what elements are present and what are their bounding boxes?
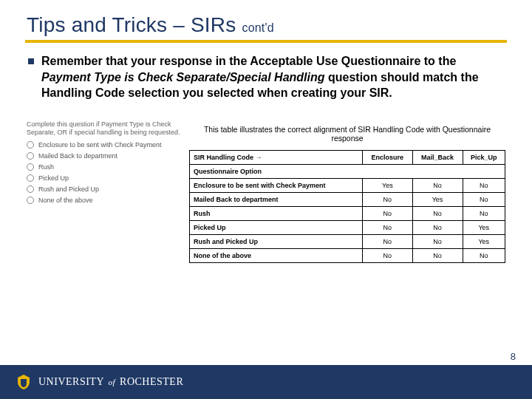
table-row: Enclosure to be sent with Check Payment … (190, 178, 505, 192)
table-row: Rush and Picked Up No No Yes (190, 234, 505, 248)
logo-word-university: UNIVERSITY (38, 376, 103, 387)
cell: No (463, 206, 505, 220)
radio-icon (27, 141, 34, 149)
table-row: Mailed Back to department No Yes No (190, 192, 505, 206)
radio-icon (27, 197, 34, 204)
logo-word-of: of (108, 378, 115, 386)
bullet-italic: Payment Type is Check Separate/Special H… (41, 71, 325, 83)
row-label: Mailed Back to department (190, 192, 363, 206)
header-label: SIR Handling Code → (190, 150, 363, 164)
cell: No (463, 248, 505, 262)
option-label: Enclosure to be sent with Check Payment (38, 141, 162, 149)
sub-header: Questionnaire Option (190, 164, 505, 178)
radio-icon (27, 174, 34, 182)
cell: No (363, 192, 412, 206)
table-row: None of the above No No No (190, 248, 505, 262)
cell: No (363, 206, 412, 220)
title-main: Tips and Tricks – SIRs (27, 13, 236, 36)
cell: No (412, 248, 463, 262)
cell: No (363, 248, 412, 262)
option-label: Rush and Picked Up (38, 185, 99, 193)
cell: Yes (463, 234, 505, 248)
logo-text: UNIVERSITY of ROCHESTER (38, 376, 183, 388)
radio-icon (27, 152, 34, 160)
option-row: Picked Up (27, 174, 180, 182)
row-label: Enclosure to be sent with Check Payment (190, 178, 363, 192)
cell: No (412, 178, 463, 192)
option-label: None of the above (38, 197, 93, 204)
table-header-row: SIR Handling Code → Enclosure Mail_Back … (190, 150, 505, 164)
option-row: Rush (27, 163, 180, 171)
row-label: Picked Up (190, 220, 363, 234)
option-label: Rush (38, 163, 54, 171)
cell: No (412, 206, 463, 220)
table-row: Picked Up No No Yes (190, 220, 505, 234)
cell: No (463, 192, 505, 206)
page-title: Tips and Tricks – SIRs cont'd (27, 13, 505, 37)
bullet-item: Remember that your response in the Accep… (27, 53, 505, 101)
row-label: Rush (190, 206, 363, 220)
logo-word-rochester: ROCHESTER (120, 376, 183, 387)
questionnaire-options: Complete this question if Payment Type i… (27, 120, 189, 208)
options-header: Complete this question if Payment Type i… (27, 120, 180, 137)
row-label: None of the above (190, 248, 363, 262)
col-header: Pick_Up (463, 150, 505, 164)
cell: No (412, 234, 463, 248)
handling-code-table: SIR Handling Code → Enclosure Mail_Back … (189, 150, 505, 263)
col-header: Enclosure (363, 150, 412, 164)
table-caption: This table illustrates the correct align… (189, 125, 505, 143)
radio-icon (27, 163, 34, 171)
cell: Yes (363, 178, 412, 192)
bullet-icon (28, 58, 34, 64)
cell: No (463, 178, 505, 192)
option-row: Rush and Picked Up (27, 185, 180, 193)
row-label: Rush and Picked Up (190, 234, 363, 248)
cell: No (412, 220, 463, 234)
option-label: Mailed Back to department (38, 152, 117, 160)
option-row: Mailed Back to department (27, 152, 180, 160)
title-suffix: cont'd (242, 21, 273, 34)
page-number: 8 (511, 351, 516, 362)
option-row: Enclosure to be sent with Check Payment (27, 141, 180, 149)
bullet-text: Remember that your response in the Accep… (41, 53, 505, 101)
cell: Yes (463, 220, 505, 234)
radio-icon (27, 185, 34, 193)
cell: Yes (412, 192, 463, 206)
option-row: None of the above (27, 197, 180, 204)
crest-icon (15, 373, 33, 391)
table-row: Rush No No No (190, 206, 505, 220)
cell: No (363, 234, 412, 248)
col-header: Mail_Back (412, 150, 463, 164)
footer-bar: UNIVERSITY of ROCHESTER (0, 365, 532, 399)
table-subheader-row: Questionnaire Option (190, 164, 505, 178)
accent-rule (25, 40, 507, 43)
university-logo: UNIVERSITY of ROCHESTER (15, 373, 183, 391)
bullet-pre: Remember that your response in the Accep… (41, 55, 456, 67)
option-label: Picked Up (38, 174, 69, 182)
cell: No (363, 220, 412, 234)
